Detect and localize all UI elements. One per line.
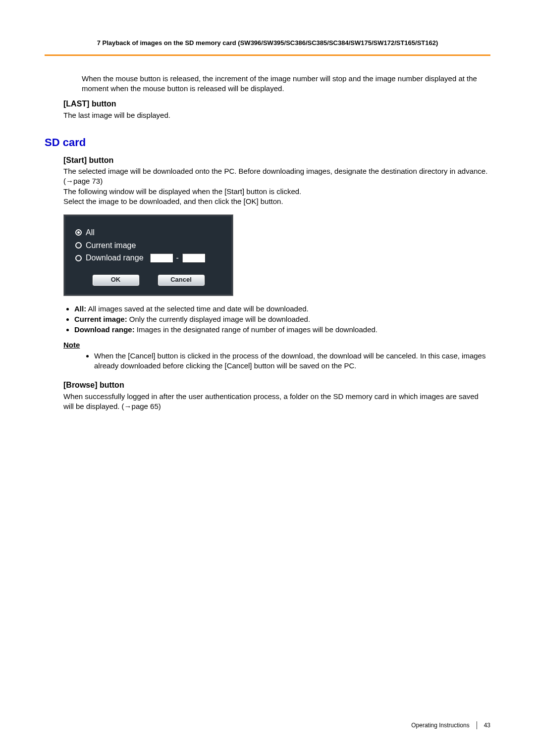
start-body-1: The selected image will be downloaded on… — [63, 166, 490, 187]
option-range-label: Download range — [86, 252, 144, 263]
range-to-input[interactable] — [182, 253, 206, 263]
radio-icon — [75, 255, 82, 261]
start-body-3: Select the image to be downloaded, and t… — [63, 197, 490, 206]
radio-icon — [75, 242, 82, 249]
option-range-row[interactable]: Download range - — [75, 252, 221, 263]
option-all-row[interactable]: All — [75, 227, 221, 238]
cancel-button[interactable]: Cancel — [158, 274, 205, 286]
last-button-heading: [LAST] button — [63, 99, 490, 109]
note-heading: Note — [63, 340, 490, 350]
bullet-current-text: Only the currently displayed image will … — [127, 315, 310, 323]
download-dialog: All Current image Download range - OK Ca… — [63, 214, 233, 296]
sd-card-title: SD card — [45, 135, 490, 150]
option-all-label: All — [86, 227, 95, 238]
download-option-descriptions: All: All images saved at the selected ti… — [63, 304, 490, 335]
start-button-heading: [Start] button — [63, 155, 490, 166]
list-item: Current image: Only the currently displa… — [74, 314, 490, 324]
bullet-all-label: All: — [74, 304, 86, 313]
start-body-2: The following window will be displayed w… — [63, 187, 490, 197]
list-item: Download range: Images in the designated… — [74, 325, 490, 335]
list-item: All: All images saved at the selected ti… — [74, 304, 490, 314]
browse-button-heading: [Browse] button — [63, 380, 490, 391]
bullet-all-text: All images saved at the selected time an… — [86, 304, 309, 313]
bullet-current-label: Current image: — [74, 315, 127, 323]
option-current-row[interactable]: Current image — [75, 240, 221, 251]
running-header: 7 Playback of images on the SD memory ca… — [45, 39, 490, 56]
browse-button-body: When successfully logged in after the us… — [63, 392, 490, 412]
continued-paragraph: When the mouse button is released, the i… — [82, 74, 490, 94]
footer-label: Operating Instructions — [411, 721, 469, 729]
page-footer: Operating Instructions 43 — [411, 721, 490, 729]
bullet-range-label: Download range: — [74, 325, 135, 334]
footer-separator — [477, 721, 477, 729]
note-list: When the [Cancel] button is clicked in t… — [83, 351, 490, 371]
range-separator: - — [176, 252, 179, 263]
range-from-input[interactable] — [150, 253, 173, 263]
bullet-range-text: Images in the designated range of number… — [135, 325, 377, 334]
last-button-body: The last image will be displayed. — [63, 110, 490, 120]
ok-button[interactable]: OK — [92, 274, 140, 286]
radio-selected-icon — [75, 229, 82, 236]
footer-page-number: 43 — [484, 721, 490, 729]
option-current-label: Current image — [86, 240, 136, 251]
note-item: When the [Cancel] button is clicked in t… — [94, 351, 490, 371]
